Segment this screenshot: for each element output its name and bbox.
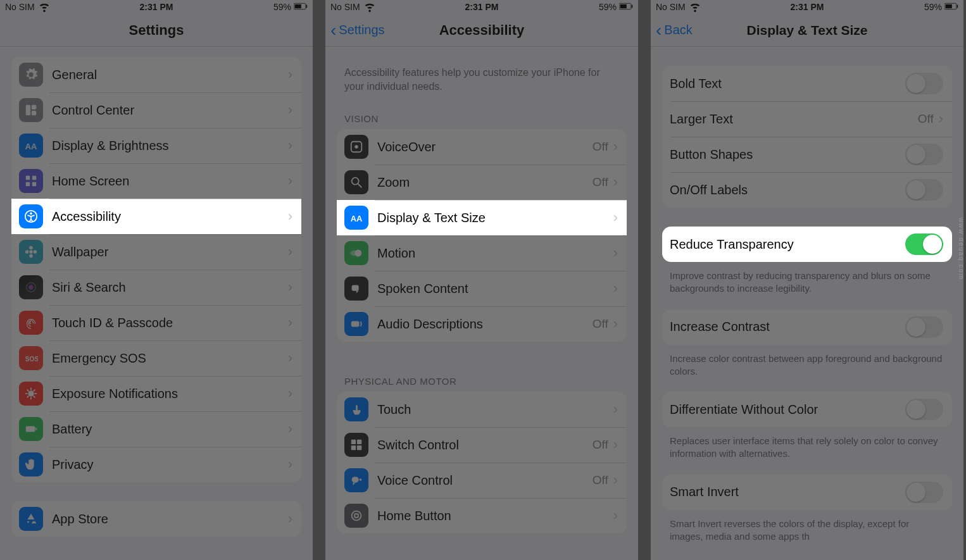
row-label: Touch ID & Passcode bbox=[52, 316, 288, 330]
svg-text:AA: AA bbox=[351, 214, 363, 223]
back-button[interactable]: ‹ Settings bbox=[330, 22, 385, 39]
row-motion[interactable]: Motion› bbox=[337, 235, 627, 271]
svg-rect-2 bbox=[295, 4, 301, 8]
chevron-right-icon: › bbox=[613, 507, 618, 524]
toggle-differentiate-without-color[interactable] bbox=[905, 399, 943, 420]
row-home-screen[interactable]: Home Screen› bbox=[11, 163, 301, 199]
svg-rect-44 bbox=[351, 321, 360, 327]
svg-point-50 bbox=[360, 478, 362, 481]
row-display-text-size[interactable]: AADisplay & Text Size› bbox=[337, 200, 627, 235]
row-value: Off bbox=[593, 140, 608, 154]
chevron-right-icon: › bbox=[613, 401, 618, 418]
svg-point-13 bbox=[29, 250, 33, 254]
row-label: Voice Control bbox=[377, 473, 593, 488]
row-exposure-notifications[interactable]: Exposure Notifications› bbox=[11, 376, 301, 411]
flower-icon bbox=[19, 240, 43, 264]
svg-text:SOS: SOS bbox=[25, 356, 38, 363]
status-bar: No SIM 2:31 PM 59% bbox=[0, 0, 313, 14]
toggle-reduce-transparency[interactable] bbox=[905, 233, 943, 255]
svg-rect-52 bbox=[354, 514, 358, 518]
svg-line-26 bbox=[27, 390, 29, 392]
row-larger-text[interactable]: Larger TextOff› bbox=[662, 101, 952, 137]
appstore-icon bbox=[19, 507, 43, 531]
toggle-button-shapes[interactable] bbox=[905, 144, 943, 165]
status-bar: No SIM 2:31 PM 59% bbox=[651, 0, 963, 14]
settings-group-1: General›Control Center›AADisplay & Brigh… bbox=[11, 57, 301, 482]
row-privacy[interactable]: Privacy› bbox=[11, 447, 301, 482]
row-app-store[interactable]: App Store› bbox=[11, 501, 301, 537]
battery-percent: 59% bbox=[924, 2, 942, 12]
row-voice-control[interactable]: Voice ControlOff› bbox=[337, 463, 627, 498]
row-battery[interactable]: Battery› bbox=[11, 411, 301, 447]
row-reduce-transparency[interactable]: Reduce Transparency bbox=[662, 227, 952, 262]
virus-icon bbox=[19, 382, 43, 406]
carrier-text: No SIM bbox=[656, 2, 686, 12]
battery-icon bbox=[19, 417, 43, 441]
row-home-button[interactable]: Home Button› bbox=[337, 498, 627, 533]
row-touch[interactable]: Touch› bbox=[337, 392, 627, 427]
row-label: Switch Control bbox=[377, 438, 593, 452]
section-motor-header: PHYSICAL AND MOTOR bbox=[333, 361, 630, 392]
row-button-shapes[interactable]: Button Shapes bbox=[662, 137, 952, 172]
row-touch-id-passcode[interactable]: Touch ID & Passcode› bbox=[11, 305, 301, 340]
svg-rect-5 bbox=[32, 111, 36, 115]
page-title: Accessibility bbox=[439, 22, 525, 39]
finger-icon bbox=[19, 311, 43, 335]
chevron-right-icon: › bbox=[613, 316, 618, 332]
voice-icon bbox=[344, 468, 368, 492]
chevron-right-icon: › bbox=[613, 472, 618, 488]
row-label: Button Shapes bbox=[670, 147, 905, 162]
row-label: VoiceOver bbox=[377, 140, 593, 154]
carrier-text: No SIM bbox=[330, 2, 360, 12]
row-label: Battery bbox=[52, 422, 288, 437]
row-accessibility[interactable]: Accessibility› bbox=[11, 199, 301, 234]
back-button[interactable]: ‹ Back bbox=[656, 22, 693, 39]
row-zoom[interactable]: ZoomOff› bbox=[337, 165, 627, 200]
navbar: ‹ Back Display & Text Size bbox=[651, 14, 963, 47]
screen-accessibility: No SIM 2:31 PM 59% ‹ Settings Accessibil… bbox=[325, 0, 638, 560]
svg-rect-1 bbox=[306, 4, 308, 8]
row-wallpaper[interactable]: Wallpaper› bbox=[11, 234, 301, 270]
svg-point-16 bbox=[25, 250, 29, 254]
toggle-on-off-labels[interactable] bbox=[905, 179, 943, 201]
row-label: Display & Brightness bbox=[52, 139, 288, 153]
row-spoken-content[interactable]: Spoken Content› bbox=[337, 271, 627, 306]
chevron-right-icon: › bbox=[939, 111, 943, 127]
touch-icon bbox=[344, 397, 368, 421]
row-audio-descriptions[interactable]: Audio DescriptionsOff› bbox=[337, 306, 627, 342]
svg-point-42 bbox=[349, 251, 353, 255]
chevron-right-icon: › bbox=[288, 385, 292, 402]
toggle-increase-contrast[interactable] bbox=[905, 316, 943, 338]
settings-content: General›Control Center›AADisplay & Brigh… bbox=[0, 47, 313, 537]
row-increase-contrast[interactable]: Increase Contrast bbox=[662, 309, 952, 345]
row-differentiate-without-color[interactable]: Differentiate Without Color bbox=[662, 392, 952, 427]
row-display-brightness[interactable]: AADisplay & Brightness› bbox=[11, 128, 301, 163]
row-smart-invert[interactable]: Smart Invert bbox=[662, 475, 952, 510]
chevron-right-icon: › bbox=[288, 421, 292, 437]
chevron-left-icon: ‹ bbox=[656, 22, 662, 39]
chevron-right-icon: › bbox=[288, 137, 292, 154]
row-general[interactable]: General› bbox=[11, 57, 301, 92]
toggle-bold-text[interactable] bbox=[905, 73, 943, 94]
row-label: Smart Invert bbox=[670, 485, 905, 499]
row-label: Increase Contrast bbox=[670, 320, 905, 334]
vision-group: VoiceOverOff›ZoomOff›AADisplay & Text Si… bbox=[337, 129, 627, 342]
row-voiceover[interactable]: VoiceOverOff› bbox=[337, 129, 627, 165]
svg-point-51 bbox=[352, 511, 361, 521]
row-control-center[interactable]: Control Center› bbox=[11, 92, 301, 128]
battery-icon bbox=[944, 0, 958, 15]
row-emergency-sos[interactable]: SOSEmergency SOS› bbox=[11, 340, 301, 376]
page-title: Settings bbox=[129, 22, 184, 39]
row-siri-search[interactable]: Siri & Search› bbox=[11, 270, 301, 305]
status-bar: No SIM 2:31 PM 59% bbox=[325, 0, 638, 14]
toggle-smart-invert[interactable] bbox=[905, 482, 943, 503]
svg-line-28 bbox=[27, 396, 29, 398]
svg-rect-33 bbox=[632, 4, 633, 8]
row-switch-control[interactable]: Switch ControlOff› bbox=[337, 427, 627, 463]
row-bold-text[interactable]: Bold Text bbox=[662, 66, 952, 101]
motor-group: Touch›Switch ControlOff›Voice ControlOff… bbox=[337, 392, 627, 533]
switch-icon bbox=[344, 433, 368, 457]
battery-icon bbox=[619, 0, 633, 15]
row-label: Touch bbox=[377, 402, 613, 417]
row-on-off-labels[interactable]: On/Off Labels bbox=[662, 172, 952, 208]
